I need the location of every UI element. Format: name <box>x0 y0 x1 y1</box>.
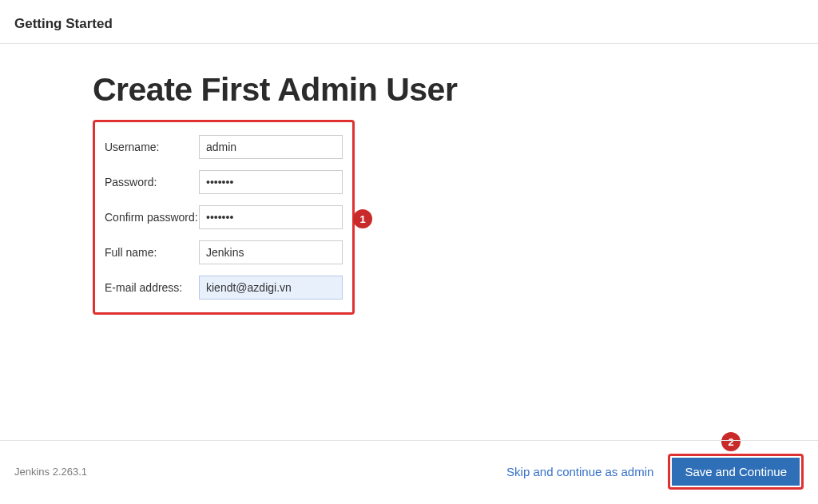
label-fullname: Full name: <box>105 246 199 259</box>
footer-actions: Skip and continue as admin Save and Cont… <box>506 454 804 490</box>
label-confirm-password: Confirm password: <box>105 211 199 224</box>
form-wrap: Username: Password: Confirm password: Fu… <box>93 120 355 315</box>
input-password[interactable] <box>199 170 343 194</box>
row-email: E-mail address: <box>105 276 343 300</box>
page-title: Create First Admin User <box>93 71 818 109</box>
skip-continue-link[interactable]: Skip and continue as admin <box>506 465 653 478</box>
label-email: E-mail address: <box>105 281 199 294</box>
header: Getting Started <box>0 0 818 44</box>
input-fullname[interactable] <box>199 240 343 264</box>
input-confirm-password[interactable] <box>199 205 343 229</box>
label-password: Password: <box>105 176 199 189</box>
label-username: Username: <box>105 141 199 153</box>
row-fullname: Full name: <box>105 240 343 264</box>
callout-badge-1: 1 <box>353 209 372 228</box>
save-continue-button[interactable]: Save and Continue <box>672 458 800 486</box>
footer-version: Jenkins 2.263.1 <box>14 466 87 478</box>
input-email[interactable] <box>199 276 343 300</box>
main-content: Create First Admin User Username: Passwo… <box>0 44 818 315</box>
admin-user-form: Username: Password: Confirm password: Fu… <box>93 120 355 315</box>
save-button-highlight: Save and Continue <box>668 454 804 490</box>
footer: Jenkins 2.263.1 Skip and continue as adm… <box>0 440 818 504</box>
input-username[interactable] <box>199 135 343 159</box>
row-username: Username: <box>105 135 343 159</box>
header-title: Getting Started <box>14 16 804 32</box>
row-password: Password: <box>105 170 343 194</box>
row-confirm-password: Confirm password: <box>105 205 343 229</box>
